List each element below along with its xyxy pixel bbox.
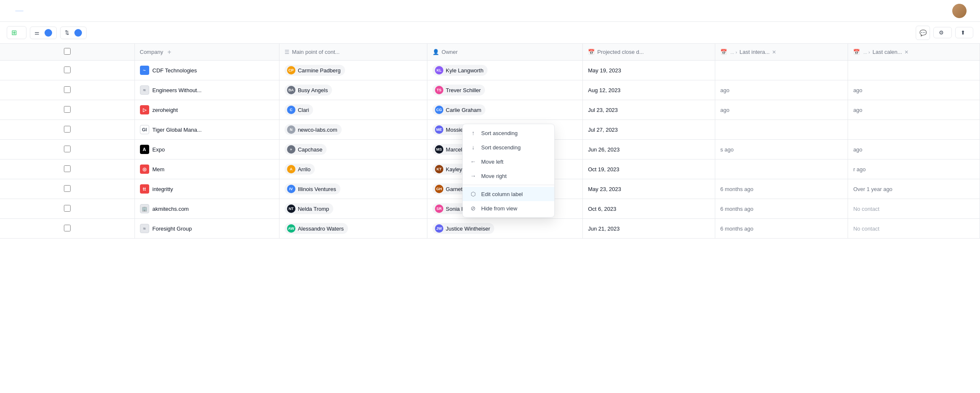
dropdown-item-sort-asc[interactable]: ↑ Sort ascending [463,126,554,140]
row-checkbox[interactable] [64,185,71,192]
contact-cell: BA Busy Angels [279,80,427,100]
company-name: integritty [153,186,173,192]
contact-name: Busy Angels [298,87,328,93]
sort-button[interactable]: ⇅ [60,27,87,39]
dropdown-item-label: Move left [481,159,503,165]
row-checkbox[interactable] [64,205,71,212]
contact-avatar: C [287,106,295,114]
row-checkbox[interactable] [64,126,71,133]
toolbar: ⊞ ⚌ ⇅ 💬 ⚙ ⬆ [0,22,980,44]
last-interaction-cell: 6 months ago [715,219,848,239]
last-calendar: r ago [853,166,866,173]
dropdown-item-label: Move right [481,173,507,179]
last-interaction-cell: 6 months ago [715,199,848,219]
company-name: akmitechs.com [153,206,189,212]
col-owner: 👤 Owner [427,44,582,61]
row-checkbox[interactable] [64,106,71,113]
contact-cell: IV Illinois Ventures [279,179,427,199]
contact-cell: NT Nelda Tromp [279,199,427,219]
close-date: Aug 12, 2023 [588,87,620,93]
contact-chip[interactable]: CP Carmine Padberg [285,65,345,76]
last-calendar: ago [853,107,862,113]
contact-chip[interactable]: N newco-labs.com [285,124,342,135]
avatar-image [952,4,967,18]
owner-chip[interactable]: CG Carlie Graham [432,104,486,115]
contact-avatar: NT [287,204,295,213]
contact-chip[interactable]: AW Alessandro Waters [285,223,348,234]
contact-chip[interactable]: BA Busy Angels [285,85,332,96]
contact-chip[interactable]: IV Illinois Ventures [285,183,340,194]
calendar-col-close[interactable]: ✕ [904,49,909,55]
import-icon: ⬆ [961,29,965,36]
calendar-col-icon: 📅 [853,49,860,55]
last-calendar-cell: No contact [848,219,980,239]
owner-avatar: CG [435,106,443,114]
row-checkbox[interactable] [64,225,71,231]
company-name: zeroheight [153,107,178,113]
last-calendar-cell: r ago [848,159,980,179]
contact-chip[interactable]: » Capchase [285,144,327,155]
interaction-col-close[interactable]: ✕ [772,49,776,55]
company-icon: ~ [140,66,149,75]
contact-chip[interactable]: NT Nelda Tromp [285,203,333,214]
dropdown-item-edit-label[interactable]: ⬡ Edit column label [463,187,554,201]
owner-name: Kyle Langworth [446,67,484,74]
dropdown-item-hide-view[interactable]: ⊘ Hide from view [463,201,554,215]
dropdown-item-label: Sort ascending [481,130,518,136]
owner-chip[interactable]: JW Justice Wintheiser [432,223,494,234]
col-select-all[interactable] [0,44,134,61]
company-icon: ≈ [140,224,149,233]
contact-avatar: IV [287,185,295,193]
add-company-col-btn[interactable]: + [167,48,171,56]
close-date-cell: Oct 6, 2023 [583,199,715,219]
column-context-menu: ↑ Sort ascending ↓ Sort descending ← Mov… [462,124,555,218]
dropdown-item-icon: ↓ [469,144,477,151]
dropdown-item-move-right[interactable]: → Move right [463,169,554,183]
dropdown-item-sort-desc[interactable]: ↓ Sort descending [463,140,554,154]
company-name: Mem [153,166,165,173]
owner-chip[interactable]: TS Trever Schiller [432,85,485,96]
company-cell: tt integritty [134,179,279,199]
contact-name: Alessandro Waters [298,226,344,232]
nav-badge[interactable] [15,10,24,12]
import-button[interactable]: ⬆ [955,27,973,38]
col-company: Company + [134,44,279,61]
company-cell: GI Tiger Global Mana... [134,120,279,140]
owner-cell: TS Trever Schiller [427,80,582,100]
contact-avatar: N [287,125,295,134]
row-checkbox[interactable] [64,66,71,73]
col-close-date-label: Projected close d... [597,49,644,55]
row-checkbox[interactable] [64,86,71,93]
owner-chip[interactable]: KL Kyle Langworth [432,65,488,76]
owner-avatar: KT [435,165,443,173]
owner-col-icon: 👤 [432,49,439,55]
close-date: Jul 23, 2023 [588,107,618,113]
last-interaction-cell: 6 months ago [715,179,848,199]
view-settings-button[interactable]: ⚙ [933,27,952,38]
comment-button[interactable]: 💬 [916,26,930,40]
contact-name: Carmine Padberg [298,67,341,74]
deals-button[interactable]: ⊞ [7,26,26,39]
contact-name: Capchase [298,146,323,153]
select-all-checkbox[interactable] [64,48,71,55]
contact-avatar: AW [287,224,295,233]
last-calendar: ago [853,146,862,153]
top-nav [0,0,980,22]
contact-chip[interactable]: A Arrilo [285,164,315,175]
user-avatar[interactable] [952,4,967,18]
row-checkbox[interactable] [64,165,71,172]
contact-avatar: CP [287,66,295,74]
row-checkbox[interactable] [64,146,71,152]
dropdown-item-move-left[interactable]: ← Move left [463,154,554,169]
sort-badge [74,29,82,37]
last-calendar-cell: ago [848,140,980,159]
table-container: Company + ☰ Main point of cont... 👤 Owne… [0,44,980,393]
row-select-cell [0,159,134,179]
last-interaction-cell: s ago [715,140,848,159]
close-date-cell: Oct 19, 2023 [583,159,715,179]
close-date: Jun 26, 2023 [588,146,619,153]
contact-chip[interactable]: C Clari [285,104,313,115]
last-calendar: ago [853,87,862,93]
contact-name: Arrilo [298,166,311,173]
filter-button[interactable]: ⚌ [30,27,57,39]
